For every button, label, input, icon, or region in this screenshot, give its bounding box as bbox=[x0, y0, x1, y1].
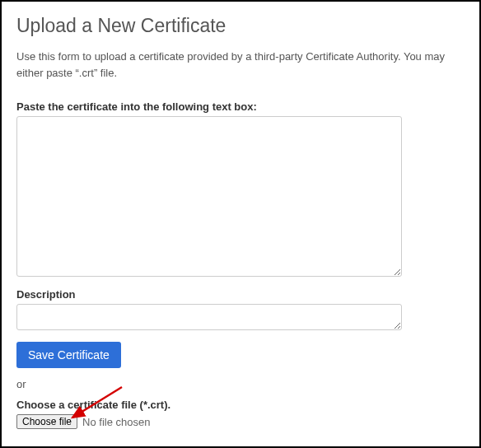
save-certificate-button[interactable]: Save Certificate bbox=[16, 342, 121, 368]
choose-file-button[interactable]: Choose file bbox=[16, 414, 77, 429]
page-title: Upload a New Certificate bbox=[16, 15, 465, 37]
description-label: Description bbox=[16, 288, 465, 301]
instructions-text: Use this form to upload a certificate pr… bbox=[16, 49, 465, 81]
file-input-row: Choose file No file chosen bbox=[16, 414, 465, 429]
or-separator: or bbox=[16, 378, 465, 390]
certificate-label: Paste the certificate into the following… bbox=[16, 100, 465, 113]
description-textarea[interactable] bbox=[16, 304, 402, 330]
file-choose-label: Choose a certificate file (*.crt). bbox=[16, 399, 465, 411]
content-area: Upload a New Certificate Use this form t… bbox=[2, 2, 479, 442]
file-status-text: No file chosen bbox=[82, 416, 150, 428]
upload-certificate-panel: Upload a New Certificate Use this form t… bbox=[0, 0, 481, 448]
certificate-textarea[interactable] bbox=[16, 116, 402, 277]
